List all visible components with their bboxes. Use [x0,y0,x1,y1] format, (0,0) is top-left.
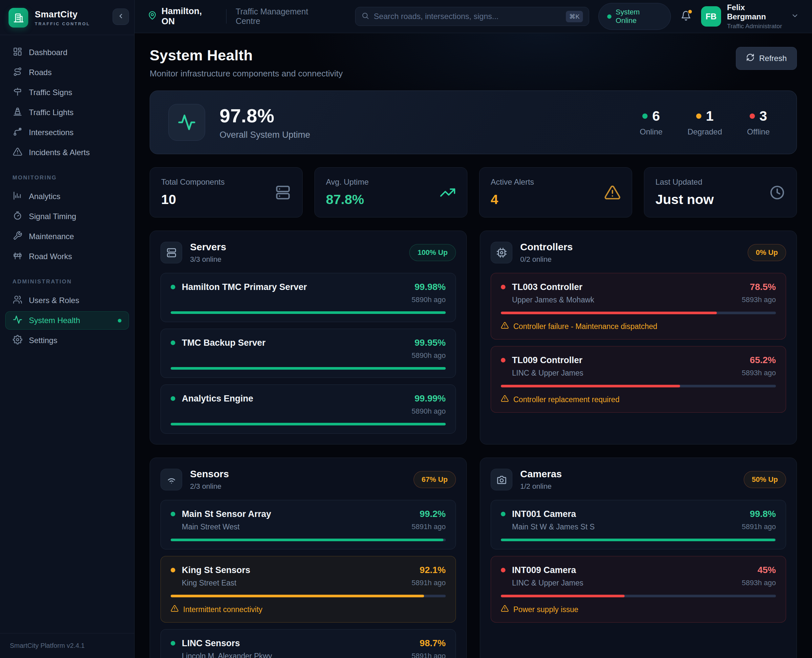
search-input[interactable] [374,12,562,21]
component-last-seen: 5891h ago [742,523,776,531]
refresh-button[interactable]: Refresh [736,47,797,70]
sidebar-item-traffic-lights[interactable]: Traffic Lights [5,103,129,122]
brand-logo-icon [9,8,28,28]
page-subtitle: Monitor infrastructure components and co… [150,69,342,79]
stat-label: Degraded [688,127,722,136]
component-row-analytics-engine[interactable]: Analytics Engine99.99%5890h ago [160,384,456,434]
component-row-tl003-controller[interactable]: TL003 Controller78.5%Upper James & Mohaw… [491,273,786,340]
group-online-count: 2/3 online [190,482,229,491]
chevron-down-icon [791,12,799,21]
component-uptime: 65.2% [750,355,776,365]
sidebar-item-settings[interactable]: Settings [5,331,129,350]
status-dot [171,512,175,516]
uptime-badge: 100% Up [409,244,456,261]
sidebar-item-signal-timing[interactable]: Signal Timing [5,207,129,226]
warning-icon [13,147,22,158]
divider [226,9,226,24]
component-uptime: 99.8% [750,509,776,519]
cone-icon [13,107,22,118]
component-groups: Servers3/3 online100% UpHamilton TMC Pri… [150,230,797,658]
component-row-hamilton-tmc-primary-server[interactable]: Hamilton TMC Primary Server99.98%5890h a… [160,273,456,322]
sidebar-item-traffic-signs[interactable]: Traffic Signs [5,83,129,102]
component-last-seen: 5891h ago [411,652,446,658]
nav-item-label: Intersections [29,128,74,137]
status-dot [171,641,175,645]
sidebar-collapse-button[interactable] [113,9,129,25]
uptime-progress-track [501,312,776,314]
users-icon [13,295,22,306]
refresh-label: Refresh [759,54,787,63]
intersection-icon [13,127,22,138]
component-row-king-st-sensors[interactable]: King St Sensors92.1%King Street East5891… [160,556,456,623]
component-name: LINC Sensors [182,638,240,649]
system-status-pill[interactable]: System Online [598,3,671,30]
trending-icon [440,184,456,201]
component-row-int009-camera[interactable]: INT009 Camera45%LINC & Upper James5893h … [491,556,786,623]
uptime-progress-fill [501,595,625,597]
signpost-icon [13,87,22,99]
stat-card-value: 10 [161,192,275,207]
status-dot [171,568,175,572]
status-dot [696,113,701,119]
nav-item-label: Traffic Lights [29,108,74,117]
alert-text: Controller replacement required [513,395,619,404]
component-uptime: 78.5% [750,282,776,292]
group-title: Cameras [520,468,562,479]
warning-icon [501,605,509,614]
location-label: Hamilton, ON [162,6,217,27]
component-name: Main St Sensor Array [182,509,271,519]
component-name: King St Sensors [182,565,250,575]
sidebar-nav: DashboardRoadsTraffic SignsTraffic Light… [0,35,134,633]
nav-item-label: Signal Timing [29,212,76,221]
stat-card-label: Last Updated [655,177,769,186]
status-dot [171,285,175,289]
component-row-tl009-controller[interactable]: TL009 Controller65.2%LINC & Upper James5… [491,346,786,413]
sidebar-item-analytics[interactable]: Analytics [5,187,129,206]
sidebar-item-incidents-alerts[interactable]: Incidents & Alerts [5,143,129,162]
nav-item-label: Traffic Signs [29,88,72,97]
group-title: Controllers [520,241,573,252]
stat-card-label: Avg. Uptime [326,177,440,186]
sidebar-item-road-works[interactable]: Road Works [5,248,129,266]
component-name: Hamilton TMC Primary Server [182,282,307,292]
gear-icon [13,335,22,346]
platform-version: SmartCity Platform v2.4.1 [0,633,134,658]
uptime-progress-fill [171,423,446,425]
sidebar-item-users-roles[interactable]: Users & Roles [5,291,129,310]
sidebar-item-intersections[interactable]: Intersections [5,123,129,142]
sidebar-item-roads[interactable]: Roads [5,63,129,81]
status-dot [501,568,506,572]
component-row-int001-camera[interactable]: INT001 Camera99.8%Main St W & James St S… [491,500,786,550]
stat-card-last-updated: Last UpdatedJust now [644,167,797,218]
app-window: SmartCity TRAFFIC CONTROL DashboardRoads… [0,0,812,658]
component-row-main-st-sensor-array[interactable]: Main St Sensor Array99.2%Main Street Wes… [160,500,456,550]
user-menu[interactable]: FB Felix Bergmann Traffic Administrator [701,3,799,30]
sidebar-item-dashboard[interactable]: Dashboard [5,43,129,62]
alert-text: Controller failure - Maintenance dispatc… [513,322,657,331]
stat-cards-row: Total Components10Avg. Uptime87.8%Active… [150,167,797,218]
component-row-tmc-backup-server[interactable]: TMC Backup Server99.95%5890h ago [160,329,456,378]
status-label: System Online [616,8,662,25]
component-alert: Power supply issue [501,605,776,614]
component-name: TL003 Controller [512,282,583,292]
component-name: Analytics Engine [182,393,253,404]
stat-card-label: Total Components [161,177,275,186]
component-location: LINC & Upper James [512,579,583,588]
sidebar-item-system-health[interactable]: System Health [5,311,129,330]
user-role: Traffic Administrator [727,23,785,30]
cpu-icon [491,242,512,263]
uptime-progress-track [171,311,446,314]
group-card-servers: Servers3/3 online100% UpHamilton TMC Pri… [150,230,467,445]
camera-icon [491,469,512,490]
server-icon [275,184,291,201]
sidebar-item-maintenance[interactable]: Maintenance [5,227,129,246]
search-box[interactable]: ⌘K [355,7,589,26]
stat-label: Online [640,127,662,136]
group-title: Sensors [190,468,229,479]
component-row-linc-sensors[interactable]: LINC Sensors98.7%Lincoln M. Alexander Pk… [160,629,456,658]
avatar: FB [701,6,721,27]
status-dot [750,113,755,119]
component-alert: Controller replacement required [501,395,776,404]
activity-icon [168,104,205,141]
notifications-button[interactable] [681,11,691,22]
